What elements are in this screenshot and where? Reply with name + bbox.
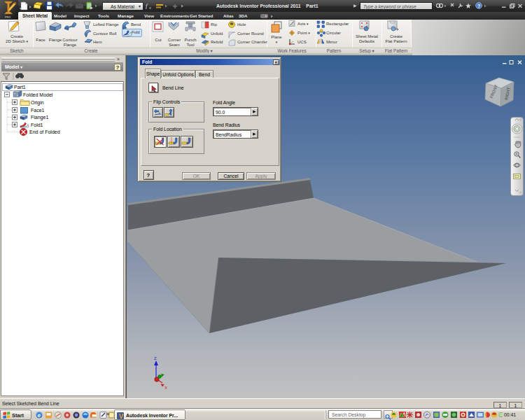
- svg-text:PRO: PRO: [5, 16, 10, 19]
- svg-text:?: ?: [116, 64, 120, 71]
- svg-text:Z: Z: [154, 356, 157, 360]
- svg-text:e: e: [38, 412, 41, 419]
- svg-text:x: x: [149, 6, 151, 10]
- svg-text:X: X: [164, 386, 167, 390]
- svg-text:?: ?: [477, 4, 480, 8]
- svg-text:f: f: [146, 2, 148, 9]
